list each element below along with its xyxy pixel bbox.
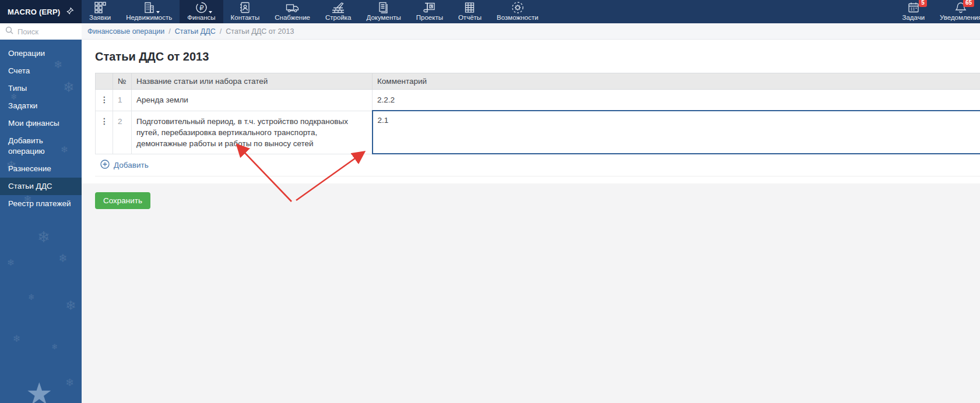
table-row: ⋮ 2 Подготовительный период, в т.ч. устр… (96, 111, 980, 154)
comment-column-header: Комментарий (373, 73, 980, 90)
grid-icon (94, 1, 107, 14)
snowflake-decoration: ❄ (28, 292, 35, 302)
truck-icon (286, 1, 300, 14)
content-card: Статьи ДДС от 2013 № Название статьи или… (82, 40, 980, 183)
row-number: 2 (113, 111, 132, 154)
breadcrumb-link-finansovye-operacii[interactable]: Финансовые операции (87, 27, 164, 36)
sidebar-menu: Операции Счета Типы Задатки Мои финансы … (0, 45, 82, 213)
top-nav-label: Контакты (231, 14, 260, 21)
svg-text:₽: ₽ (199, 4, 204, 12)
snowflake-decoration: ❄ (13, 333, 20, 344)
top-nav-label: Проекты (416, 14, 443, 21)
breadcrumb-current: Статьи ДДС от 2013 (226, 27, 294, 36)
top-nav-zayavki[interactable]: Заявки (82, 0, 118, 23)
top-nav-label: Стройка (325, 14, 351, 21)
dds-articles-table: № Название статьи или набора статей Комм… (95, 73, 980, 154)
breadcrumb: Финансовые операции / Статьи ДДС / Стать… (82, 23, 980, 40)
top-nav-label: Недвижимость (126, 14, 172, 21)
snowflake-decoration: ❄ (51, 342, 58, 351)
breadcrumb-separator: / (220, 27, 222, 36)
top-nav-finansy[interactable]: ₽ Финансы (180, 0, 223, 23)
top-nav-stroyka[interactable]: Стройка (318, 0, 359, 23)
top-nav-uvedomleniya[interactable]: 65 Уведомления (932, 0, 980, 23)
snowflake-decoration: ❄ (7, 257, 15, 268)
chevron-down-icon (209, 11, 212, 13)
snowflake-decoration: ❄ (58, 252, 68, 265)
blueprint-icon (423, 1, 436, 14)
snowflake-decoration: ❄ (65, 298, 76, 313)
page-title: Статьи ДДС от 2013 (95, 50, 980, 63)
row-number: 1 (113, 90, 132, 111)
main-content: Финансовые операции / Статьи ДДС / Стать… (82, 23, 980, 403)
star-decoration: ★ (26, 376, 53, 403)
sidebar-item-moi-finansy[interactable]: Мои финансы (0, 115, 82, 132)
notifications-badge: 65 (963, 0, 974, 7)
kebab-menu-icon[interactable]: ⋮ (96, 90, 113, 111)
pin-icon[interactable] (66, 7, 74, 17)
contacts-book-icon (238, 1, 251, 14)
sidebar-item-stati-dds[interactable]: Статьи ДДС (0, 178, 82, 195)
top-nav-label: Отчёты (458, 14, 482, 21)
num-column-header: № (113, 73, 132, 90)
comment-cell-selected[interactable]: 2.1 (373, 111, 980, 154)
top-nav-label: Задачи (902, 14, 925, 21)
top-nav-nedvizhimost[interactable]: Недвижимость (118, 0, 180, 23)
chevron-down-icon (156, 11, 160, 13)
top-nav-label: Заявки (89, 14, 111, 21)
sidebar-item-zadatki[interactable]: Задатки (0, 97, 82, 115)
top-nav-label: Финансы (187, 14, 215, 21)
breadcrumb-link-stati-dds[interactable]: Статьи ДДС (175, 27, 216, 36)
app-logo[interactable]: MACRO (ERP) (0, 0, 82, 23)
table-header-row: № Название статьи или набора статей Комм… (96, 73, 980, 90)
sidebar-item-dobavit-operaciyu[interactable]: Добавить операцию (0, 132, 82, 160)
top-nav-label: Снабжение (275, 14, 310, 21)
add-article-label: Добавить (114, 161, 149, 169)
tasks-badge: 5 (919, 0, 927, 7)
snowflake-decoration: ❄ (65, 376, 74, 389)
app-logo-text: MACRO (ERP) (8, 8, 60, 16)
breadcrumb-separator: / (168, 27, 170, 36)
plus-circle-icon (100, 160, 110, 171)
sidebar-item-reestr-platezhey[interactable]: Реестр платежей (0, 195, 82, 213)
top-nav-otchety[interactable]: Отчёты (451, 0, 489, 23)
construction-icon (331, 1, 345, 14)
building-icon (143, 1, 156, 14)
snowflake-decoration: ❄ (37, 228, 50, 246)
sidebar-item-operacii[interactable]: Операции (0, 45, 82, 62)
top-nav-label: Документы (366, 14, 401, 21)
report-table-icon (463, 1, 476, 14)
sidebar-item-raznesenie[interactable]: Разнесение (0, 160, 82, 178)
top-nav-kontakty[interactable]: Контакты (223, 0, 268, 23)
top-nav-snabzhenie[interactable]: Снабжение (267, 0, 318, 23)
sidebar-search[interactable] (0, 23, 82, 40)
sidebar-item-scheta[interactable]: Счета (0, 62, 82, 80)
top-nav-label: Возможности (497, 14, 538, 21)
ruble-circle-icon: ₽ (195, 1, 208, 14)
top-nav-label: Уведомления (940, 14, 980, 21)
table-row: ⋮ 1 Аренда земли 2.2.2 (96, 90, 980, 111)
article-name-cell[interactable]: Аренда земли (132, 90, 373, 111)
search-input[interactable] (17, 27, 76, 36)
gear-dashed-icon (511, 1, 524, 14)
sidebar: ❄ ❄ ❄ ❄ ❄ ❄ ❄ ❄ ❄ ❄ ❄ ❄ ❄ ❄ ❄ ❄ ★ Операц… (0, 23, 82, 403)
drag-handle-column-header (96, 73, 113, 90)
top-nav-proekty[interactable]: Проекты (409, 0, 451, 23)
top-nav-zadachi[interactable]: 5 Задачи (894, 0, 932, 23)
comment-cell[interactable]: 2.2.2 (373, 90, 980, 111)
top-nav-dokumenty[interactable]: Документы (359, 0, 408, 23)
documents-icon (377, 1, 390, 14)
calendar-icon: 5 (907, 1, 920, 14)
kebab-menu-icon[interactable]: ⋮ (96, 111, 113, 154)
save-button[interactable]: Сохранить (95, 192, 150, 209)
add-article-button[interactable]: Добавить (95, 154, 980, 176)
search-icon (5, 26, 13, 37)
top-nav-vozmozhnosti[interactable]: Возможности (489, 0, 546, 23)
name-column-header: Название статьи или набора статей (132, 73, 373, 90)
sidebar-item-tipy[interactable]: Типы (0, 80, 82, 97)
top-bar: MACRO (ERP) Заявки Недвижимость (0, 0, 980, 23)
article-name-cell[interactable]: Подготовительный период, в т.ч. устройст… (132, 111, 373, 154)
bell-icon: 65 (954, 1, 967, 14)
